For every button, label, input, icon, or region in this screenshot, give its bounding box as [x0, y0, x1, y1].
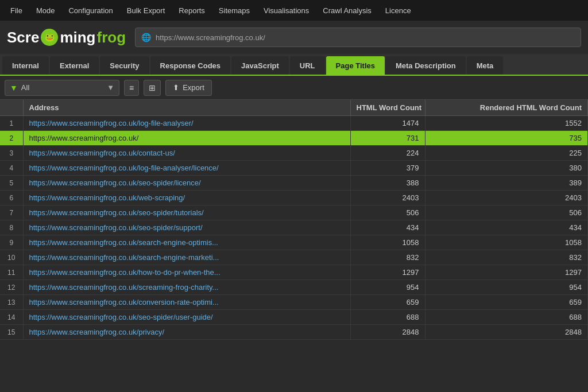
tab-javascript[interactable]: JavaScript — [231, 56, 289, 75]
row-number: 14 — [0, 310, 23, 325]
row-html-wc: 832 — [350, 250, 425, 265]
export-button[interactable]: ⬆ Export — [165, 80, 212, 96]
row-html-wc: 434 — [350, 220, 425, 235]
table-row[interactable]: 15https://www.screamingfrog.co.uk/privac… — [0, 325, 588, 340]
table-row[interactable]: 3https://www.screamingfrog.co.uk/contact… — [0, 146, 588, 161]
col-header-num — [0, 100, 23, 116]
menu-reports[interactable]: Reports — [173, 4, 211, 17]
tab-page-titles[interactable]: Page Titles — [326, 56, 385, 75]
table-row[interactable]: 10https://www.screamingfrog.co.uk/search… — [0, 250, 588, 265]
col-header-html-wc: HTML Word Count — [350, 100, 425, 116]
row-url: https://www.screamingfrog.co.uk/ — [23, 131, 350, 146]
row-html-wc: 731 — [350, 131, 425, 146]
data-table: Address HTML Word Count Rendered HTML Wo… — [0, 100, 588, 340]
url-bar[interactable]: 🌐 https://www.screamingfrog.co.uk/ — [135, 28, 581, 47]
row-number: 8 — [0, 220, 23, 235]
filter-bar: ▼ All ▼ ≡ ⊞ ⬆ Export — [0, 76, 588, 100]
filter-arrow-icon: ▼ — [107, 83, 114, 92]
menu-bar: File Mode Configuration Bulk Export Repo… — [0, 0, 588, 21]
row-number: 13 — [0, 295, 23, 310]
tree-view-button[interactable]: ⊞ — [144, 80, 161, 96]
tree-icon: ⊞ — [149, 83, 156, 92]
col-header-rendered-wc: Rendered HTML Word Count — [425, 100, 588, 116]
menu-configuration[interactable]: Configuration — [63, 4, 118, 17]
table-row[interactable]: 12https://www.screamingfrog.co.uk/scream… — [0, 280, 588, 295]
menu-file[interactable]: File — [5, 4, 28, 17]
list-icon: ≡ — [129, 83, 134, 92]
table-row[interactable]: 6https://www.screamingfrog.co.uk/web-scr… — [0, 191, 588, 205]
row-number: 11 — [0, 265, 23, 280]
row-rendered-wc: 1552 — [425, 116, 588, 131]
tab-response-codes[interactable]: Response Codes — [150, 56, 230, 75]
table-row[interactable]: 14https://www.screamingfrog.co.uk/seo-sp… — [0, 310, 588, 325]
table-row[interactable]: 11https://www.screamingfrog.co.uk/how-to… — [0, 265, 588, 280]
menu-licence[interactable]: Licence — [380, 4, 417, 17]
table-container[interactable]: Address HTML Word Count Rendered HTML Wo… — [0, 100, 588, 392]
row-number: 4 — [0, 161, 23, 176]
menu-bulk-export[interactable]: Bulk Export — [121, 4, 171, 17]
row-html-wc: 954 — [350, 280, 425, 295]
row-url: https://www.screamingfrog.co.uk/log-file… — [23, 161, 350, 176]
logo-text-screa: Scre — [7, 29, 39, 46]
table-row[interactable]: 7https://www.screamingfrog.co.uk/seo-spi… — [0, 205, 588, 220]
row-url: https://www.screamingfrog.co.uk/log-file… — [23, 116, 350, 131]
tab-url[interactable]: URL — [290, 56, 325, 75]
row-html-wc: 2403 — [350, 191, 425, 205]
row-html-wc: 379 — [350, 161, 425, 176]
row-rendered-wc: 2403 — [425, 191, 588, 205]
row-number: 7 — [0, 205, 23, 220]
row-url: https://www.screamingfrog.co.uk/conversi… — [23, 295, 350, 310]
globe-icon: 🌐 — [141, 33, 151, 42]
row-number: 12 — [0, 280, 23, 295]
row-url: https://www.screamingfrog.co.uk/screamin… — [23, 280, 350, 295]
table-row[interactable]: 9https://www.screamingfrog.co.uk/search-… — [0, 235, 588, 250]
tab-meta-description[interactable]: Meta Description — [386, 56, 466, 75]
logo-text-ming: ming — [60, 29, 95, 46]
col-header-address: Address — [23, 100, 350, 116]
row-number: 3 — [0, 146, 23, 161]
table-row[interactable]: 8https://www.screamingfrog.co.uk/seo-spi… — [0, 220, 588, 235]
row-url: https://www.screamingfrog.co.uk/contact-… — [23, 146, 350, 161]
tab-security[interactable]: Security — [100, 56, 149, 75]
row-url: https://www.screamingfrog.co.uk/privacy/ — [23, 325, 350, 340]
row-rendered-wc: 1297 — [425, 265, 588, 280]
table-row[interactable]: 4https://www.screamingfrog.co.uk/log-fil… — [0, 161, 588, 176]
list-view-button[interactable]: ≡ — [124, 80, 139, 96]
row-url: https://www.screamingfrog.co.uk/search-e… — [23, 235, 350, 250]
row-url: https://www.screamingfrog.co.uk/web-scra… — [23, 191, 350, 205]
table-row[interactable]: 2https://www.screamingfrog.co.uk/731735 — [0, 131, 588, 146]
row-rendered-wc: 1058 — [425, 235, 588, 250]
menu-visualisations[interactable]: Visualisations — [258, 4, 315, 17]
row-html-wc: 659 — [350, 295, 425, 310]
table-row[interactable]: 13https://www.screamingfrog.co.uk/conver… — [0, 295, 588, 310]
row-html-wc: 1474 — [350, 116, 425, 131]
row-rendered-wc: 380 — [425, 161, 588, 176]
row-html-wc: 1297 — [350, 265, 425, 280]
row-rendered-wc: 506 — [425, 205, 588, 220]
row-number: 9 — [0, 235, 23, 250]
row-url: https://www.screamingfrog.co.uk/seo-spid… — [23, 220, 350, 235]
row-url: https://www.screamingfrog.co.uk/search-e… — [23, 250, 350, 265]
table-row[interactable]: 1https://www.screamingfrog.co.uk/log-fil… — [0, 116, 588, 131]
row-url: https://www.screamingfrog.co.uk/seo-spid… — [23, 176, 350, 191]
main-content: Address HTML Word Count Rendered HTML Wo… — [0, 100, 588, 392]
table-row[interactable]: 5https://www.screamingfrog.co.uk/seo-spi… — [0, 176, 588, 191]
tab-meta[interactable]: Meta — [467, 56, 504, 75]
table-header-row: Address HTML Word Count Rendered HTML Wo… — [0, 100, 588, 116]
menu-mode[interactable]: Mode — [30, 4, 61, 17]
row-html-wc: 1058 — [350, 235, 425, 250]
row-rendered-wc: 225 — [425, 146, 588, 161]
url-display: https://www.screamingfrog.co.uk/ — [156, 33, 265, 42]
filter-dropdown[interactable]: ▼ All ▼ — [5, 80, 119, 96]
row-html-wc: 506 — [350, 205, 425, 220]
tab-external[interactable]: External — [50, 56, 99, 75]
menu-sitemaps[interactable]: Sitemaps — [213, 4, 256, 17]
row-rendered-wc: 2848 — [425, 325, 588, 340]
export-label: Export — [183, 83, 204, 92]
tab-internal[interactable]: Internal — [2, 56, 49, 75]
row-rendered-wc: 389 — [425, 176, 588, 191]
header-bar: Scre 🐸 ming frog 🌐 https://www.screaming… — [0, 21, 588, 54]
menu-crawl-analysis[interactable]: Crawl Analysis — [317, 4, 377, 17]
row-number: 6 — [0, 191, 23, 205]
logo-text-frog: frog — [97, 29, 126, 46]
